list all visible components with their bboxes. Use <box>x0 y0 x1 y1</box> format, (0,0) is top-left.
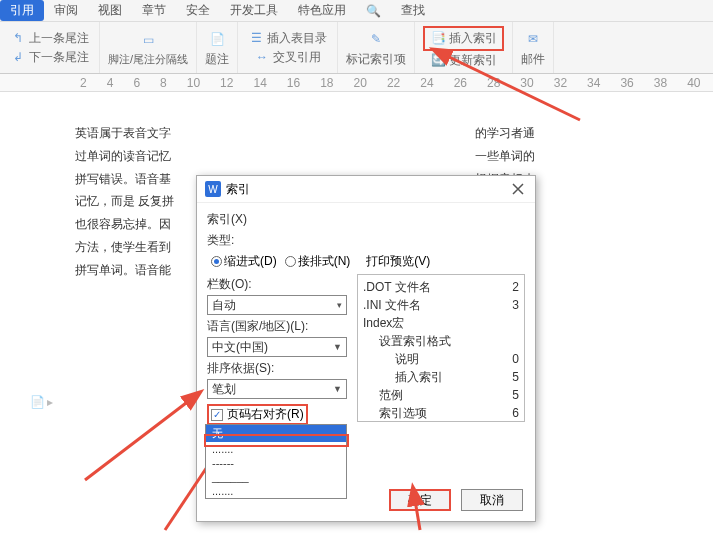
doc-line: 英语属于表音文字 <box>75 122 171 145</box>
ruler-mark: 38 <box>654 76 667 90</box>
insert-toc-label: 插入表目录 <box>267 30 327 47</box>
lang-value: 中文(中国) <box>212 339 268 356</box>
preview-row-label: 索引选项 <box>379 404 427 422</box>
preview-row-val: 2 <box>512 278 519 296</box>
runin-radio[interactable]: 接排式(N) <box>285 253 351 270</box>
right-align-checkbox[interactable] <box>211 409 223 421</box>
dropdown-option[interactable]: 无 <box>206 425 346 442</box>
preview-row-val: 6 <box>512 404 519 422</box>
cols-combo[interactable]: 自动▾ <box>207 295 347 315</box>
doc-line: 也很容易忘掉。因 <box>75 213 171 236</box>
doc-icon[interactable]: 📄 <box>30 395 45 409</box>
sort-combo[interactable]: 笔划▼ <box>207 379 347 399</box>
dropdown-option[interactable]: ______ <box>206 470 346 484</box>
tab-view[interactable]: 视图 <box>88 0 132 21</box>
lang-combo[interactable]: 中文(中国)▼ <box>207 337 347 357</box>
tab-find[interactable]: 查找 <box>391 0 435 21</box>
indent-label: 缩进式(D) <box>224 253 277 270</box>
right-align-highlight: 页码右对齐(R) <box>207 404 308 425</box>
preview-pane: .DOT 文件名2 .INI 文件名3 Index宏 设置索引格式 说明0 插入… <box>357 274 525 422</box>
side-icons: 📄 ▸ <box>30 395 53 409</box>
type-label: 类型: <box>207 232 525 249</box>
tab-search-icon[interactable]: 🔍 <box>356 2 391 20</box>
doc-line: 方法，使学生看到 <box>75 236 171 259</box>
indent-radio[interactable]: 缩进式(D) <box>211 253 277 270</box>
insert-index-highlight: 📑插入索引 <box>423 26 504 51</box>
tab-chapter[interactable]: 章节 <box>132 0 176 21</box>
update-index-button[interactable]: 🔄更新索引 <box>428 51 499 70</box>
preview-row-label: .DOT 文件名 <box>363 278 431 296</box>
dropdown-option[interactable]: ------ <box>206 456 346 470</box>
dialog-titlebar[interactable]: W 索引 <box>197 176 535 203</box>
ruler-mark: 8 <box>160 76 167 90</box>
mark-entry-label: 标记索引项 <box>346 51 406 68</box>
ribbon-toolbar: ↰上一条尾注 ↲下一条尾注 ▭ 脚注/尾注分隔线 📄 题注 ☰插入表目录 ↔交叉… <box>0 22 713 74</box>
ruler-mark: 4 <box>107 76 114 90</box>
ok-button[interactable]: 确定 <box>389 489 451 511</box>
group-caption[interactable]: 📄 题注 <box>197 22 238 73</box>
preview-row-label: 设置索引格式 <box>379 332 451 350</box>
tab-devtools[interactable]: 开发工具 <box>220 0 288 21</box>
ruler-mark: 14 <box>253 76 266 90</box>
next-endnote-label: 下一条尾注 <box>29 49 89 66</box>
ruler-mark: 40 <box>687 76 700 90</box>
preview-row-label: 范例 <box>379 386 403 404</box>
preview-row-val: 5 <box>512 386 519 404</box>
doc-line: 过单词的读音记忆 <box>75 145 171 168</box>
group-toc: ☰插入表目录 ↔交叉引用 <box>238 22 338 73</box>
preview-row-val: 0 <box>512 350 519 368</box>
preview-row-val: 5 <box>512 368 519 386</box>
ruler-mark: 6 <box>133 76 140 90</box>
doc-line: 一些单词的 <box>475 145 535 168</box>
play-icon[interactable]: ▸ <box>47 395 53 409</box>
preview-label: 打印预览(V) <box>366 253 430 270</box>
tab-reference[interactable]: 引用 <box>0 0 44 21</box>
spinner-icon: ▾ <box>337 300 342 310</box>
next-endnote-button[interactable]: ↲下一条尾注 <box>8 48 91 67</box>
close-icon <box>512 183 524 195</box>
ruler-mark: 28 <box>487 76 500 90</box>
ruler: 2 4 6 8 10 12 14 16 18 20 22 24 26 28 30… <box>0 74 713 92</box>
update-index-icon: 🔄 <box>430 52 446 68</box>
cross-ref-button[interactable]: ↔交叉引用 <box>252 48 323 67</box>
tab-special[interactable]: 特色应用 <box>288 0 356 21</box>
tab-security[interactable]: 安全 <box>176 0 220 21</box>
close-button[interactable] <box>509 180 527 198</box>
ruler-mark: 26 <box>454 76 467 90</box>
preview-row-label: 插入索引 <box>395 368 443 386</box>
index-x-label: 索引(X) <box>207 211 525 228</box>
crossref-icon: ↔ <box>254 49 270 65</box>
insert-index-button[interactable]: 📑插入索引 <box>428 29 499 48</box>
ruler-mark: 2 <box>80 76 87 90</box>
leader-dropdown: 无 ....... ------ ______ ....... <box>205 424 347 499</box>
group-mark-entry[interactable]: ✎ 标记索引项 <box>338 22 415 73</box>
doc-line: 拼写单词。语音能 <box>75 259 171 282</box>
ruler-mark: 24 <box>420 76 433 90</box>
sort-value: 笔划 <box>212 381 236 398</box>
group-index: 📑插入索引 🔄更新索引 <box>415 22 513 73</box>
dropdown-option[interactable]: ....... <box>206 442 346 456</box>
group-separator[interactable]: ▭ 脚注/尾注分隔线 <box>100 22 197 73</box>
cols-label: 栏数(O): <box>207 276 347 293</box>
ruler-mark: 12 <box>220 76 233 90</box>
arrow-down-icon: ↲ <box>10 49 26 65</box>
insert-toc-button[interactable]: ☰插入表目录 <box>246 29 329 48</box>
caption-label: 题注 <box>205 51 229 68</box>
app-icon: W <box>205 181 221 197</box>
prev-endnote-label: 上一条尾注 <box>29 30 89 47</box>
chevron-down-icon: ▼ <box>333 384 342 394</box>
group-mail[interactable]: ✉ 邮件 <box>513 22 554 73</box>
update-index-label: 更新索引 <box>449 52 497 69</box>
svg-line-1 <box>85 400 190 480</box>
cancel-button[interactable]: 取消 <box>461 489 523 511</box>
runin-label: 接排式(N) <box>298 253 351 270</box>
prev-endnote-button[interactable]: ↰上一条尾注 <box>8 29 91 48</box>
caption-icon: 📄 <box>205 27 229 51</box>
insert-index-icon: 📑 <box>430 30 446 46</box>
mail-label: 邮件 <box>521 51 545 68</box>
dropdown-option[interactable]: ....... <box>206 484 346 498</box>
tab-review[interactable]: 审阅 <box>44 0 88 21</box>
ruler-mark: 36 <box>620 76 633 90</box>
ruler-mark: 30 <box>520 76 533 90</box>
doc-line: 拼写错误。语音基 <box>75 168 171 191</box>
